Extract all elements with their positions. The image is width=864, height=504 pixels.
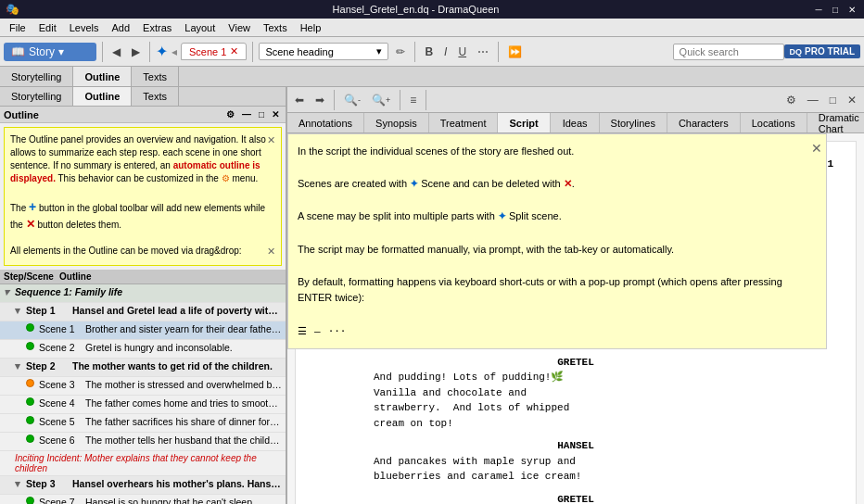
panel-settings-button[interactable]: ⚙ (223, 108, 237, 120)
info-text-1b: menu. (230, 173, 259, 183)
help-line-7: The script may be formatted manually, vi… (298, 242, 817, 258)
extra-btn-1[interactable]: ⏩ (504, 44, 526, 60)
format-pencil-button[interactable]: ✏ (392, 44, 409, 60)
sequence-1-header[interactable]: Sequence 1: Family life (0, 284, 286, 303)
rt-zoom-in-button[interactable]: 🔍+ (368, 92, 394, 108)
right-tab-annotations[interactable]: Annotations (287, 113, 364, 132)
menu-levels[interactable]: Levels (64, 20, 105, 35)
scene-4-item[interactable]: Scene 4 The father comes home and tries … (0, 396, 286, 414)
right-tab-treatment[interactable]: Treatment (429, 113, 499, 132)
help-popup-close-button[interactable]: ✕ (811, 138, 822, 158)
scene-6-id-label: Scene 6 (39, 435, 85, 446)
script-area[interactable]: ✕ In the script the individual scenes of… (287, 133, 864, 504)
panel-tabs: Storytelling Outline Texts (0, 87, 286, 107)
menu-edit[interactable]: Edit (33, 20, 62, 35)
rt-zoom-out-button[interactable]: 🔍- (340, 92, 364, 108)
nav-prev-icon[interactable]: ◂ (172, 45, 177, 58)
more-button[interactable]: ⋯ (474, 44, 492, 60)
sequence-1-toggle-icon[interactable] (4, 286, 15, 298)
scene-7-text: Hansel is so hungry that he can't sleep. (85, 497, 282, 504)
nav-tab-texts[interactable]: Texts (132, 67, 179, 86)
separator-5 (498, 42, 499, 62)
rt-close-button[interactable]: ✕ (844, 92, 860, 108)
right-toolbar: ⬅ ➡ 🔍- 🔍+ ≡ ⚙ — □ ✕ (287, 87, 864, 113)
menu-extras[interactable]: Extras (137, 20, 177, 35)
minimize-button[interactable]: ─ (812, 3, 825, 16)
scene-2-id-label: Scene 2 (39, 342, 85, 353)
right-tab-ideas[interactable]: Ideas (552, 113, 600, 132)
underline-button[interactable]: U (454, 44, 470, 60)
info-close-button[interactable]: ✕ (267, 133, 275, 147)
nav-forward-button[interactable]: ▶ (128, 44, 144, 60)
panel-tab-outline[interactable]: Outline (73, 87, 132, 106)
nav-back-button[interactable]: ◀ (108, 44, 124, 60)
right-tab-locations[interactable]: Locations (741, 113, 807, 132)
close-button[interactable]: ✕ (845, 3, 858, 16)
scene-close-icon[interactable]: ✕ (230, 45, 238, 57)
right-tab-synopsis[interactable]: Synopsis (364, 113, 429, 132)
app-icon: 🎭 (6, 3, 19, 16)
step-2-toggle-icon[interactable] (15, 360, 26, 372)
scene-number: 1 (827, 157, 833, 172)
panel-maximize-button[interactable]: □ (256, 108, 267, 120)
rt-minimize-button[interactable]: — (804, 92, 822, 108)
step-1-toggle-icon[interactable] (15, 305, 26, 317)
scene-heading-dropdown[interactable]: Scene heading (259, 43, 388, 60)
right-panel: ⬅ ➡ 🔍- 🔍+ ≡ ⚙ — □ ✕ Annotations Synopsis… (287, 87, 864, 504)
scene-5-item[interactable]: Scene 5 The father sacrifices his share … (0, 414, 286, 433)
step-1-header[interactable]: Step 1 Hansel and Gretel lead a life of … (0, 303, 286, 321)
separator-1 (102, 42, 103, 62)
rt-forward-button[interactable]: ➡ (311, 92, 328, 108)
inciting-1-text: Inciting Incident: Mother explains that … (15, 453, 282, 473)
right-tab-dramatic-chart[interactable]: Dramatic Chart (807, 113, 864, 132)
scene-6-text: The mother tells her husband that the ch… (85, 435, 282, 446)
step-2-header[interactable]: Step 2 The mother wants to get rid of th… (0, 359, 286, 377)
search-input[interactable] (673, 44, 784, 60)
nav-tab-outline[interactable]: Outline (73, 67, 132, 86)
maximize-button[interactable]: □ (829, 3, 842, 16)
menu-help[interactable]: Help (295, 20, 327, 35)
sequence-1-label: Sequence 1: Family life (15, 286, 282, 297)
right-tab-characters[interactable]: Characters (667, 113, 741, 132)
scene-1-item[interactable]: Scene 1 Brother and sister yearn for the… (0, 321, 286, 340)
scene-4-id-label: Scene 4 (39, 397, 85, 409)
menu-texts[interactable]: Texts (258, 20, 293, 35)
menu-layout[interactable]: Layout (179, 20, 221, 35)
menu-view[interactable]: View (222, 20, 256, 35)
right-tab-script[interactable]: Script (498, 113, 550, 132)
title-bar: 🎭 Hansel_Gretel_en.dq - DramaQueen ─ □ ✕ (0, 0, 864, 19)
window-title: Hansel_Gretel_en.dq - DramaQueen (19, 4, 812, 15)
scene-3-text: The mother is stressed and overwhelmed b… (85, 379, 282, 390)
story-dropdown[interactable]: 📖 Story (4, 43, 96, 61)
panel-minimize-button[interactable]: — (239, 108, 254, 120)
info-close-button-2[interactable]: ✕ (267, 245, 275, 258)
menu-file[interactable]: File (4, 20, 32, 35)
help-scene-icon: ✦ (410, 178, 418, 189)
step-3-toggle-icon[interactable] (15, 478, 26, 490)
panel-tab-texts[interactable]: Texts (132, 87, 179, 106)
step-2-id-label: Step 2 (26, 360, 72, 372)
rt-settings-button[interactable]: ⚙ (782, 92, 800, 108)
info-settings-icon: ⚙ (222, 173, 230, 183)
right-tab-storylines[interactable]: Storylines (600, 113, 667, 132)
scene-7-item[interactable]: Scene 7 Hansel is so hungry that he can'… (0, 495, 286, 504)
menu-add[interactable]: Add (107, 20, 136, 35)
scene-1-id-label: Scene 1 (39, 323, 85, 334)
step-1-id-label: Step 1 (26, 305, 72, 316)
rt-format-button[interactable]: ≡ (406, 92, 420, 108)
panel-close-button[interactable]: ✕ (269, 108, 282, 120)
scene-tab[interactable]: Scene 1 ✕ (181, 43, 247, 60)
separator-3 (252, 42, 253, 62)
scene-6-item[interactable]: Scene 6 The mother tells her husband tha… (0, 433, 286, 451)
scene-3-item[interactable]: Scene 3 The mother is stressed and overw… (0, 377, 286, 396)
rt-back-button[interactable]: ⬅ (291, 92, 308, 108)
italic-button[interactable]: I (440, 44, 451, 60)
nav-tab-storytelling[interactable]: Storytelling (0, 67, 73, 86)
separator-2 (149, 42, 150, 62)
scene-2-item[interactable]: Scene 2 Gretel is hungry and inconsolabl… (0, 340, 286, 359)
rt-maximize-button[interactable]: □ (826, 92, 840, 108)
bold-button[interactable]: B (421, 44, 437, 60)
add-scene-button[interactable]: ✦ (156, 43, 168, 60)
panel-tab-storytelling[interactable]: Storytelling (0, 87, 73, 106)
step-3-header[interactable]: Step 3 Hansel overhears his mother's pla… (0, 476, 286, 495)
